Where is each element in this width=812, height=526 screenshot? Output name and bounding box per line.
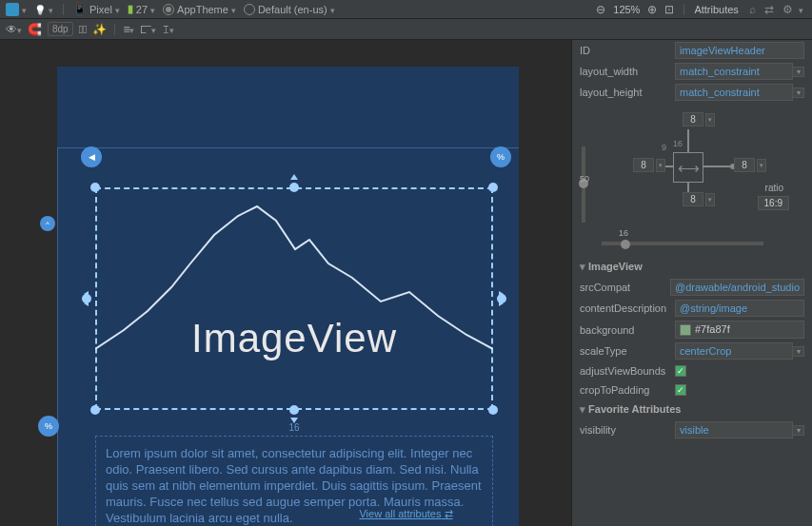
bias-badge-top-left[interactable]: ◀ [81,146,102,167]
resize-handle-e[interactable] [497,294,506,303]
resize-handle-nw[interactable] [90,183,100,192]
infer-constraints-button[interactable]: ✨ [92,23,107,36]
imageview-caption: ImageView [95,316,493,361]
panel-icons: ⌕ ⇄ ⚙ [746,3,806,16]
view-mode-button[interactable]: 👁 [6,23,22,36]
bias-badge-top-right[interactable]: % [490,146,511,167]
horizontal-bias-thumb[interactable] [621,240,630,249]
attr-height-dd[interactable]: ▾ [793,88,804,98]
resize-handle-ne[interactable] [488,183,498,192]
visibility-dd[interactable]: ▾ [793,425,804,436]
contentdesc-label: contentDescription [580,302,675,314]
resize-handle-se[interactable] [488,405,498,415]
api-dropdown[interactable]: ▮ 27 [128,3,155,15]
pack-dropdown[interactable]: ≡ [123,23,134,36]
toolbar-right: ⊖ 125% ⊕ ⊡ Attributes ⌕ ⇄ ⚙ [596,3,806,16]
constraint-box[interactable] [673,152,703,183]
device-dropdown[interactable]: 📱 Pixel [73,3,120,15]
margin-right-input[interactable] [734,158,755,172]
scaletype-value[interactable]: centerCrop [675,342,793,360]
design-canvas[interactable]: ◀ % ^ % ImageView 16 Lorem ipsum dolor s… [0,40,571,526]
toolbar-left: 📱 Pixel ▮ 27 AppTheme Default (en-us) [6,3,596,16]
zoom-label: 125% [613,4,640,15]
resize-handle-sw[interactable] [90,405,100,415]
visibility-label: visibility [580,424,675,436]
attributes-title: Attributes [694,4,738,15]
croptp-checkbox[interactable]: ✓ [675,384,686,396]
guideline-dropdown[interactable]: 𝙸 [162,23,174,36]
contentdesc-value[interactable]: @string/image [675,300,804,317]
attr-width-dd[interactable]: ▾ [793,67,804,77]
margin-top-input[interactable] [683,112,703,127]
margin-bottom-input[interactable] [683,192,703,206]
align-dropdown[interactable]: ⫍ [140,23,156,36]
margin-top: ▾ [683,112,715,127]
margin-left: ▾ [633,158,665,172]
resize-handle-w[interactable] [82,294,91,303]
clear-constraints-button[interactable]: ✕⃝ [79,23,88,36]
attr-height-value[interactable]: match_constraint [675,84,793,101]
visibility-value[interactable]: visible [675,421,793,438]
android-icon: ▮ [128,3,133,15]
api-label: 27 [136,4,148,15]
margin-left-input[interactable] [633,158,654,172]
zoom-out-button[interactable]: ⊖ [596,3,605,16]
fit-button[interactable]: ⊡ [664,3,674,16]
margin-bottom-dd[interactable]: ▾ [705,193,715,206]
margin-left-dd[interactable]: ▾ [656,159,665,172]
attr-width-row: layout_width match_constraint ▾ [572,61,812,82]
section-imageview[interactable]: ImageView [572,257,812,277]
margin-top-dd[interactable]: ▾ [705,113,715,127]
default-margin-input[interactable]: 8dp [48,22,73,36]
srccompat-value[interactable]: @drawable/android_studio [670,279,804,296]
scaletype-dd[interactable]: ▾ [793,346,804,357]
bias-handle-left[interactable]: ^ [40,216,55,231]
attr-id-label: ID [580,45,675,56]
design-toolbar: 👁 🧲 8dp ✕⃝ ✨ ≡ ⫍ 𝙸 [0,19,812,40]
background-label: background [580,324,675,336]
attr-width-value[interactable]: match_constraint [675,63,793,80]
theme-label: AppTheme [177,4,228,15]
ratio-value[interactable]: 16:9 [758,196,789,210]
cw-size-right: 9 [662,143,666,152]
adjustvb-label: adjustViewBounds [580,365,675,377]
horizontal-bias-value: 16 [619,228,628,238]
hints-dropdown[interactable] [34,4,53,15]
search-icon[interactable]: ⌕ [749,3,756,16]
cw-size-left: 16 [673,139,683,148]
gear-icon[interactable]: ⚙ [782,3,793,16]
globe-icon [244,4,255,15]
margin-marker-bottom: 16 [288,422,299,433]
attr-height-row: layout_height match_constraint ▾ [572,82,812,103]
device-label: Pixel [89,4,112,15]
scaletype-label: scaleType [580,345,675,357]
section-favorites[interactable]: Favorite Attributes [572,399,812,419]
layers-dropdown[interactable] [6,3,27,16]
attributes-panel: ID imageViewHeader layout_width match_co… [571,40,812,526]
margin-bottom: ▾ [683,192,715,206]
vertical-bias-value: 50 [580,174,589,184]
imageview-selection[interactable]: ImageView 16 [95,187,493,410]
top-toolbar: 📱 Pixel ▮ 27 AppTheme Default (en-us) ⊖ … [0,0,812,19]
main-area: ◀ % ^ % ImageView 16 Lorem ipsum dolor s… [0,40,812,526]
locale-dropdown[interactable]: Default (en-us) [244,4,335,15]
background-value[interactable]: #7fa87f [675,321,804,339]
theme-dropdown[interactable]: AppTheme [163,4,236,15]
croptp-label: cropToPadding [580,384,675,396]
margin-right-dd[interactable]: ▾ [757,159,766,172]
bias-badge-bottom-left[interactable]: % [38,416,59,437]
adjustvb-checkbox[interactable]: ✓ [675,365,686,377]
theme-icon [163,4,174,15]
attr-id-value[interactable]: imageViewHeader [675,42,804,59]
locale-label: Default (en-us) [258,4,327,15]
margin-right: ▾ [734,158,766,172]
resize-handle-s[interactable] [289,405,299,415]
magnet-button[interactable]: 🧲 [28,23,42,36]
zoom-in-button[interactable]: ⊕ [647,3,657,16]
attr-height-label: layout_height [580,87,675,98]
srccompat-label: srcCompat [580,282,670,293]
constraint-arrow-top[interactable] [290,174,298,180]
ratio-label: ratio [765,183,783,193]
resize-handle-n[interactable] [289,183,299,192]
swap-icon[interactable]: ⇄ [764,3,774,16]
